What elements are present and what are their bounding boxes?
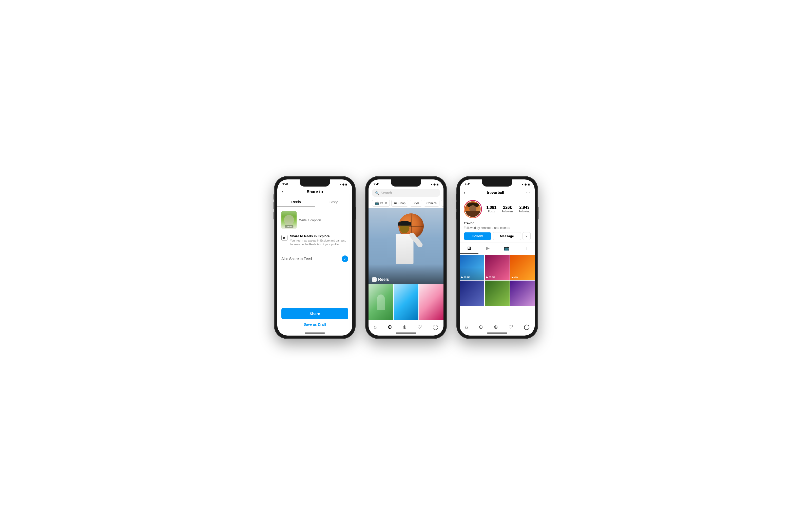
notch-2 <box>391 180 421 187</box>
also-share-checkmark[interactable]: ✓ <box>342 255 348 262</box>
profile-followed-by: Followed by kenzoere and eloears <box>460 226 535 232</box>
caption-input[interactable] <box>299 211 348 229</box>
dropdown-button[interactable]: ∨ <box>523 232 531 240</box>
tab-reels[interactable]: Reels <box>277 197 315 207</box>
igtv-icon: 📺 <box>375 201 379 205</box>
person-head <box>400 223 410 233</box>
cat-tab-comics[interactable]: Comics <box>424 200 439 207</box>
cat-tab-shop[interactable]: 🛍 Shop <box>391 200 408 207</box>
explore-toggle: ▶ Share to Reels in Explore Your reel ma… <box>281 234 348 250</box>
followers-count: 226k <box>501 205 513 210</box>
cat-label-igtv: IGTV <box>380 201 387 205</box>
person-silhouette-1 <box>377 295 385 310</box>
follow-button[interactable]: Follow <box>464 233 491 240</box>
view-count-2: ▶ 37.3K <box>486 276 495 278</box>
posts-count: 1,081 <box>486 205 496 210</box>
status-icons-2: ▲ ◉ ◼ <box>430 183 438 186</box>
nav-add[interactable]: ⊕ <box>402 324 407 330</box>
tab-reels[interactable]: ▶ <box>478 243 497 254</box>
explore-bottom-nav: ⌂ ⊙ ⊕ ♡ ◯ <box>369 321 443 334</box>
cover-thumbnail[interactable]: Cover <box>281 211 297 229</box>
cat-label-comics: Comics <box>427 201 437 205</box>
profile-nav-add[interactable]: ⊕ <box>494 324 498 330</box>
tab-grid[interactable]: ⊞ <box>460 243 478 254</box>
share-title: Share to <box>281 190 348 194</box>
avatar-image[interactable] <box>465 201 481 217</box>
back-button-3[interactable]: ‹ <box>464 190 465 195</box>
avatar-inner <box>465 201 481 217</box>
search-bar[interactable]: 🔍 Search <box>372 189 440 197</box>
nav-heart[interactable]: ♡ <box>417 324 422 330</box>
nav-search[interactable]: ⊙ <box>387 324 392 330</box>
grid-cell-3[interactable] <box>419 284 443 320</box>
save-draft-link[interactable]: Save as Draft <box>281 322 348 326</box>
share-header: ‹ Share to <box>277 187 352 197</box>
category-tabs: 📺 IGTV 🛍 Shop Style Comics TV & Movies <box>369 198 443 208</box>
basketball-bg <box>369 208 443 284</box>
share-body: Cover ▶ Share to Reels in Explore Your r… <box>277 207 352 268</box>
profile-options[interactable]: ··· <box>526 190 531 195</box>
home-indicator-1 <box>305 332 325 333</box>
profile-nav-profile[interactable]: ◯ <box>524 324 529 330</box>
grid-cell-2-bg <box>394 284 418 320</box>
profile-cell-6[interactable] <box>510 280 535 306</box>
tab-tagged[interactable]: ◻ <box>516 243 535 254</box>
reels-label: ▶ Reels <box>372 277 389 282</box>
notch-1 <box>300 180 330 187</box>
explore-reels-icon: ▶ <box>281 235 287 241</box>
caption-row: Cover <box>281 211 348 229</box>
share-button[interactable]: Share <box>281 308 348 319</box>
profile-grid: ▶ 30.2K ▶ 37.3K ▶ 45K <box>460 255 535 306</box>
tab-story[interactable]: Story <box>315 197 352 207</box>
home-indicator-3 <box>487 332 507 333</box>
profile-cell-1[interactable]: ▶ 30.2K <box>460 255 484 280</box>
phone-profile: 9:41 ▲ ◉ ◼ ‹ trevorbell ··· <box>457 177 538 338</box>
profile-nav-home[interactable]: ⌂ <box>465 324 468 330</box>
nav-home[interactable]: ⌂ <box>374 324 377 330</box>
back-button-1[interactable]: ‹ <box>281 189 283 195</box>
also-share-row[interactable]: Also Share to Feed ✓ <box>281 253 348 265</box>
grid-cell-1[interactable] <box>369 284 393 320</box>
time-1: 9:41 <box>282 183 288 186</box>
time-2: 9:41 <box>374 183 380 186</box>
screen-content-3: ‹ trevorbell ··· <box>460 187 535 334</box>
following-label: Following <box>518 210 530 213</box>
profile-nav-search[interactable]: ⊙ <box>479 324 483 330</box>
screen-content-1: ‹ Share to Reels Story Cover <box>277 187 352 334</box>
profile-bottom-nav: ⌂ ⊙ ⊕ ♡ ◯ <box>460 321 535 334</box>
stat-following: 2,943 Following <box>518 205 530 213</box>
profile-cell-3[interactable]: ▶ 45K <box>510 255 535 280</box>
search-placeholder: Search <box>381 191 392 195</box>
share-btn-area: Share Save as Draft <box>281 308 348 326</box>
profile-nav-heart[interactable]: ♡ <box>509 324 513 330</box>
notch-3 <box>482 180 512 187</box>
cover-people <box>284 215 294 225</box>
phone-share: 9:41 ▲ ◉ ◼ ‹ Share to Reels Story <box>274 177 355 338</box>
status-icons-1: ▲ ◉ ◼ <box>339 183 347 186</box>
cat-tab-style[interactable]: Style <box>410 200 422 207</box>
search-icon: 🔍 <box>375 191 379 195</box>
also-share-label: Also Share to Feed <box>281 257 312 261</box>
cat-tab-tv[interactable]: TV & Movies <box>441 200 443 207</box>
profile-nav-tabs: ⊞ ▶ 📺 ◻ <box>460 243 535 254</box>
message-button[interactable]: Message <box>493 232 521 240</box>
view-count-1: ▶ 30.2K <box>461 276 470 278</box>
nav-profile[interactable]: ◯ <box>433 324 438 330</box>
profile-cell-4[interactable] <box>460 280 484 306</box>
profile-cell-5[interactable] <box>485 280 509 306</box>
tab-igtv[interactable]: 📺 <box>497 243 516 254</box>
status-icons-3: ▲ ◉ ◼ <box>521 183 530 186</box>
share-tabs: Reels Story <box>277 197 352 207</box>
cat-tab-igtv[interactable]: 📺 IGTV <box>372 200 390 207</box>
person-torso <box>396 234 414 264</box>
profile-cell-2[interactable]: ▶ 37.3K <box>485 255 509 280</box>
phone-explore: 9:41 ▲ ◉ ◼ 🔍 Search 📺 IGTV 🛍 <box>366 177 446 338</box>
profile-header: ‹ trevorbell ··· <box>460 187 535 198</box>
grid-cell-2[interactable] <box>394 284 418 320</box>
phones-container: 9:41 ▲ ◉ ◼ ‹ Share to Reels Story <box>274 177 538 338</box>
grid-cell-3-bg <box>419 284 443 320</box>
time-3: 9:41 <box>465 183 471 186</box>
cover-label: Cover <box>285 225 293 228</box>
person-arm <box>408 232 424 248</box>
following-count: 2,943 <box>518 205 530 210</box>
